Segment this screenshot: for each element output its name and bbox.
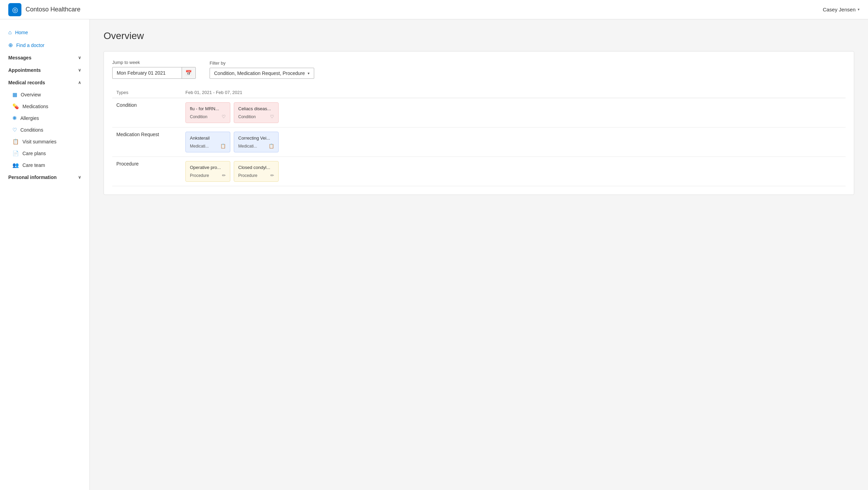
care-plans-icon: 📄 [12,150,19,157]
event-card[interactable]: Operative pro...Procedure✏ [185,161,230,182]
sidebar-section-medical-records-label: Medical records [8,80,45,85]
sidebar-section-personal-information-label: Personal information [8,175,57,180]
table-row: Conditionflu - for MRN...Condition♡Celia… [112,98,846,128]
event-type-icon: ✏ [270,173,274,178]
sidebar-item-care-plans[interactable]: 📄 Care plans [0,148,89,159]
messages-chevron: ∨ [78,55,81,60]
row-events-medication-request: AnksterailMedicati...📋Correcting Vei...M… [181,128,846,157]
filter-by-label: Filter by [210,60,314,66]
col-types: Types [112,87,181,98]
sidebar: ⌂ Home ⊕ Find a doctor Messages ∨ Appoin… [0,19,90,490]
filter-chevron: ▾ [308,71,310,76]
sidebar-section-messages-label: Messages [8,55,31,60]
sidebar-item-allergies[interactable]: ❋ Allergies [0,112,89,124]
filter-by-group: Filter by Condition, Medication Request,… [210,60,314,79]
overview-table: Types Feb 01, 2021 - Feb 07, 2021 Condit… [112,87,846,186]
overview-card: Jump to week 📅 Filter by Condition, Medi… [104,51,854,195]
sidebar-item-label: Find a doctor [16,43,45,48]
logo-icon: ◎ [12,6,18,14]
header-left: ◎ Contoso Healthcare [8,3,80,16]
sidebar-section-messages-header[interactable]: Messages ∨ [0,51,89,64]
layout: ⌂ Home ⊕ Find a doctor Messages ∨ Appoin… [0,19,868,490]
event-card-title: Anksterail [190,135,226,141]
sidebar-section-appointments-header[interactable]: Appointments ∨ [0,64,89,76]
event-card-type: Procedure [238,173,257,178]
event-card-footer: Medicati...📋 [190,143,226,149]
event-card-footer: Condition♡ [238,114,274,119]
sidebar-item-label: Overview [21,92,41,97]
find-doctor-icon: ⊕ [8,42,13,48]
sidebar-item-home[interactable]: ⌂ Home [0,26,89,39]
sidebar-item-visit-summaries[interactable]: 📋 Visit summaries [0,136,89,148]
sidebar-section-medical-records-header[interactable]: Medical records ∧ [0,76,89,89]
event-card[interactable]: Celiacs diseas...Condition♡ [234,102,279,123]
event-card-type: Medicati... [190,144,209,149]
row-label-condition: Condition [112,98,181,128]
filter-value: Condition, Medication Request, Procedure [214,70,305,76]
event-card-type: Condition [190,114,208,119]
event-type-icon: ✏ [222,173,226,178]
events-cell: AnksterailMedicati...📋Correcting Vei...M… [185,132,841,152]
personal-information-chevron: ∨ [78,175,81,180]
row-label-medication-request: Medication Request [112,128,181,157]
event-card-title: Operative pro... [190,165,226,170]
event-card[interactable]: Closed condyl...Procedure✏ [234,161,279,182]
appointments-chevron: ∨ [78,68,81,73]
event-card-footer: Condition♡ [190,114,226,119]
event-card-footer: Procedure✏ [238,173,274,178]
row-label-procedure: Procedure [112,157,181,186]
event-card[interactable]: Correcting Vei...Medicati...📋 [234,132,279,152]
allergies-icon: ❋ [12,115,17,121]
event-card[interactable]: flu - for MRN...Condition♡ [185,102,230,123]
visit-summaries-icon: 📋 [12,139,19,145]
sidebar-section-appointments: Appointments ∨ [0,64,89,76]
page-title: Overview [104,30,854,41]
medical-records-chevron: ∧ [78,80,81,85]
calendar-button[interactable]: 📅 [182,67,195,78]
event-card-title: flu - for MRN... [190,106,226,111]
sidebar-nav: ⌂ Home ⊕ Find a doctor [0,26,89,51]
row-events-procedure: Operative pro...Procedure✏Closed condyl.… [181,157,846,186]
controls-row: Jump to week 📅 Filter by Condition, Medi… [112,60,846,79]
event-type-icon: ♡ [270,114,274,119]
sidebar-section-appointments-label: Appointments [8,67,41,73]
sidebar-item-label: Conditions [20,127,43,133]
sidebar-item-label: Medications [22,104,48,109]
sidebar-section-personal-information: Personal information ∨ [0,171,89,183]
care-team-icon: 👥 [12,162,19,168]
events-cell: flu - for MRN...Condition♡Celiacs diseas… [185,102,841,123]
sidebar-item-label: Care team [22,162,45,168]
sidebar-item-find-doctor[interactable]: ⊕ Find a doctor [0,39,89,51]
sidebar-item-label: Visit summaries [22,139,57,144]
date-input-wrap: 📅 [112,67,196,79]
col-date-range: Feb 01, 2021 - Feb 07, 2021 [181,87,846,98]
sidebar-section-messages: Messages ∨ [0,51,89,64]
medications-icon: 💊 [12,103,19,110]
sidebar-section-personal-information-header[interactable]: Personal information ∨ [0,171,89,183]
app-logo: ◎ [8,3,21,16]
sidebar-item-conditions[interactable]: ♡ Conditions [0,124,89,136]
date-input[interactable] [113,68,182,78]
jump-to-week-group: Jump to week 📅 [112,60,196,79]
sidebar-item-medications[interactable]: 💊 Medications [0,101,89,112]
overview-icon: ▦ [12,92,17,98]
sidebar-item-label: Home [15,30,28,35]
event-type-icon: 📋 [269,143,274,149]
table-row: Medication RequestAnksterailMedicati...📋… [112,128,846,157]
conditions-icon: ♡ [12,127,17,133]
sidebar-item-overview[interactable]: ▦ Overview [0,89,89,101]
user-menu[interactable]: Casey Jensen ▾ [823,7,860,12]
event-card-type: Procedure [190,173,209,178]
sidebar-section-medical-records: Medical records ∧ ▦ Overview 💊 Medicatio… [0,76,89,171]
table-row: ProcedureOperative pro...Procedure✏Close… [112,157,846,186]
sidebar-item-care-team[interactable]: 👥 Care team [0,159,89,171]
event-card-type: Condition [238,114,256,119]
event-card-footer: Medicati...📋 [238,143,274,149]
event-card[interactable]: AnksterailMedicati...📋 [185,132,230,152]
header: ◎ Contoso Healthcare Casey Jensen ▾ [0,0,868,19]
app-title: Contoso Healthcare [26,6,80,13]
filter-select[interactable]: Condition, Medication Request, Procedure… [210,68,314,79]
sidebar-item-label: Care plans [22,151,46,156]
sidebar-item-label: Allergies [20,115,39,121]
main-content: Overview Jump to week 📅 Filter by Condit… [90,19,868,490]
